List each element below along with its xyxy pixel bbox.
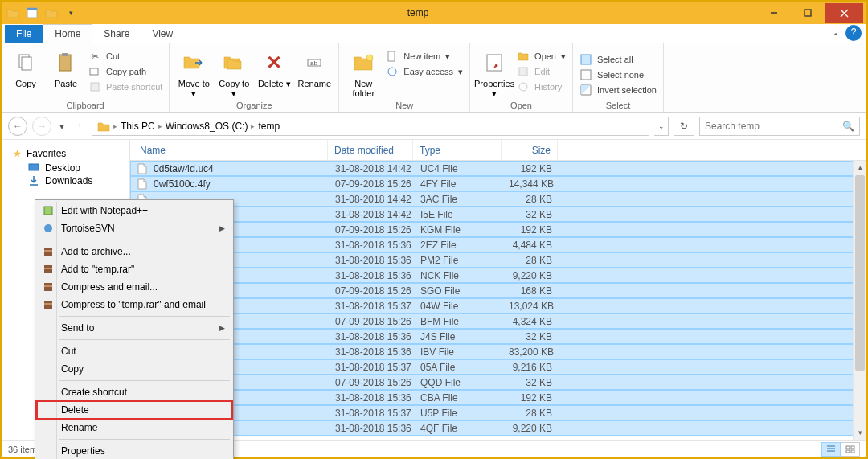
ctx-compress-email[interactable]: Compress and email...	[37, 278, 231, 296]
file-row[interactable]: 31-08-2018 14:42I5E File32 KB	[130, 207, 866, 222]
column-size[interactable]: Size	[502, 140, 558, 160]
history-dropdown[interactable]: ▾	[56, 121, 68, 132]
file-row[interactable]: 31-08-2018 15:36IBV File83,200 KB	[130, 344, 866, 359]
file-row[interactable]: 0d5taw4d.uc431-08-2018 14:42UC4 File192 …	[130, 161, 866, 176]
svg-point-11	[366, 55, 373, 61]
minimize-button[interactable]	[757, 3, 791, 23]
easy-access-button[interactable]: Easy access ▾	[386, 65, 463, 78]
close-button[interactable]	[825, 3, 863, 23]
view-tab[interactable]: View	[141, 25, 184, 43]
new-folder-icon[interactable]	[43, 5, 59, 21]
column-date[interactable]: Date modified	[328, 140, 413, 160]
svg-rect-1	[27, 8, 37, 10]
new-folder-button[interactable]: New folder	[346, 47, 381, 98]
ctx-edit-notepadpp[interactable]: Edit with Notepad++	[37, 202, 231, 219]
move-to-button[interactable]: Move to ▾	[176, 47, 211, 98]
copy-path-icon	[88, 65, 101, 78]
file-row[interactable]: 31-08-2018 15:36CBA File192 KB	[130, 390, 866, 405]
svg-rect-31	[44, 285, 52, 287]
file-row[interactable]: 31-08-2018 15:36J4S File32 KB	[130, 329, 866, 344]
nav-downloads[interactable]: Downloads	[27, 175, 126, 186]
ctx-rename[interactable]: Rename	[37, 419, 231, 436]
select-all-button[interactable]: Select all	[579, 53, 657, 66]
back-button[interactable]: ←	[8, 117, 27, 136]
ctx-delete[interactable]: Delete	[37, 401, 231, 419]
copy-to-button[interactable]: Copy to ▾	[216, 47, 252, 98]
svg-point-25	[44, 224, 52, 232]
icons-view-button[interactable]	[841, 442, 860, 457]
refresh-button[interactable]: ↻	[674, 117, 694, 136]
select-none-button[interactable]: Select none	[579, 68, 657, 81]
file-row[interactable]: 31-08-2018 14:423AC File28 KB	[130, 191, 866, 207]
file-list: Name Date modified Type Size 0d5taw4d.uc…	[130, 140, 866, 440]
details-view-button[interactable]	[821, 442, 841, 457]
file-row[interactable]: 07-09-2018 15:26BFM File4,324 KB	[130, 314, 866, 329]
address-dropdown[interactable]: ⌄	[654, 117, 669, 136]
file-row[interactable]: 31-08-2018 15:364QF File9,220 KB	[130, 420, 866, 436]
properties-icon[interactable]	[24, 5, 40, 21]
tortoisesvn-icon	[41, 221, 55, 236]
scroll-down-button[interactable]: ▾	[854, 426, 866, 440]
help-button[interactable]: ?	[845, 25, 862, 41]
up-button[interactable]: ↑	[72, 121, 87, 132]
favorites-group[interactable]: ★Favorites	[13, 148, 126, 159]
file-row[interactable]: 07-09-2018 15:26SGO File168 KB	[130, 283, 866, 298]
search-input[interactable]: Search temp 🔍	[699, 117, 860, 136]
file-row[interactable]: 31-08-2018 15:36NCK File9,220 KB	[130, 268, 866, 283]
ctx-compress-temp-email[interactable]: Compress to "temp.rar" and email	[37, 296, 231, 314]
ribbon-group-organize: Move to ▾ Copy to ▾ ✕Delete ▾ abRename O…	[170, 43, 339, 112]
share-tab[interactable]: Share	[92, 25, 141, 43]
ctx-cut[interactable]: Cut	[37, 342, 231, 360]
ctx-copy[interactable]: Copy	[37, 360, 231, 378]
scroll-thumb[interactable]	[855, 175, 865, 371]
history-button[interactable]: History	[517, 80, 566, 93]
qat-dropdown-icon[interactable]: ▾	[63, 5, 79, 21]
ctx-tortoisesvn[interactable]: TortoiseSVN▶	[37, 219, 231, 237]
file-row[interactable]: 31-08-2018 15:37U5P File28 KB	[130, 405, 866, 420]
cut-button[interactable]: ✂Cut	[88, 50, 162, 63]
file-row[interactable]: 07-09-2018 15:26QQD File32 KB	[130, 375, 866, 390]
file-row[interactable]: 31-08-2018 15:3705A File9,216 KB	[130, 359, 866, 375]
rar-icon	[41, 262, 55, 277]
properties-button-ribbon[interactable]: Properties ▾	[477, 47, 512, 98]
copy-button[interactable]: Copy	[8, 47, 43, 88]
delete-button-ribbon[interactable]: ✕Delete ▾	[256, 47, 292, 88]
paste-shortcut-button[interactable]: Paste shortcut	[88, 80, 162, 93]
svg-rect-8	[91, 83, 99, 91]
column-headers: Name Date modified Type Size	[130, 140, 866, 161]
file-tab[interactable]: File	[5, 25, 43, 43]
rename-button-ribbon[interactable]: abRename	[297, 47, 332, 88]
file-row[interactable]: 0wf5100c.4fy07-09-2018 15:264FY File14,3…	[130, 176, 866, 191]
ctx-add-temp-rar[interactable]: Add to "temp.rar"	[37, 260, 231, 278]
paste-button[interactable]: Paste	[48, 47, 84, 88]
breadcrumb-this-pc[interactable]: This PC▸	[121, 121, 162, 132]
new-item-button[interactable]: New item ▾	[386, 50, 463, 63]
ribbon-tabs: File Home Share View ⌃ ?	[2, 24, 866, 43]
desktop-icon	[27, 162, 40, 174]
column-name[interactable]: Name	[130, 140, 328, 160]
maximize-button[interactable]	[791, 3, 825, 23]
scroll-up-button[interactable]: ▴	[854, 161, 866, 174]
file-row[interactable]: 31-08-2018 15:3704W File13,024 KB	[130, 298, 866, 314]
ctx-properties[interactable]: Properties	[37, 442, 231, 459]
file-row[interactable]: 07-09-2018 15:26KGM File192 KB	[130, 222, 866, 237]
nav-desktop[interactable]: Desktop	[27, 162, 126, 174]
breadcrumb-drive[interactable]: Windows8_OS (C:)▸	[166, 121, 256, 132]
home-tab[interactable]: Home	[43, 24, 92, 43]
vertical-scrollbar[interactable]: ▴ ▾	[853, 161, 866, 440]
forward-button[interactable]: →	[32, 117, 51, 136]
ctx-create-shortcut[interactable]: Create shortcut	[37, 383, 231, 401]
invert-selection-button[interactable]: Invert selection	[579, 84, 657, 96]
edit-button[interactable]: Edit	[517, 65, 566, 78]
breadcrumb-folder[interactable]: temp	[258, 121, 280, 132]
ctx-send-to[interactable]: Send to▶	[37, 319, 231, 337]
file-row[interactable]: 31-08-2018 15:362EZ File4,484 KB	[130, 237, 866, 252]
open-button[interactable]: Open ▾	[517, 50, 566, 63]
copy-path-button[interactable]: Copy path	[88, 65, 162, 78]
history-icon	[517, 80, 530, 93]
file-row[interactable]: 31-08-2018 15:36PM2 File28 KB	[130, 252, 866, 268]
ctx-add-archive[interactable]: Add to archive...	[37, 243, 231, 260]
breadcrumb[interactable]: ▸ This PC▸ Windows8_OS (C:)▸ temp	[92, 117, 649, 136]
column-type[interactable]: Type	[413, 140, 502, 160]
collapse-ribbon-button[interactable]: ⌃	[826, 31, 845, 43]
